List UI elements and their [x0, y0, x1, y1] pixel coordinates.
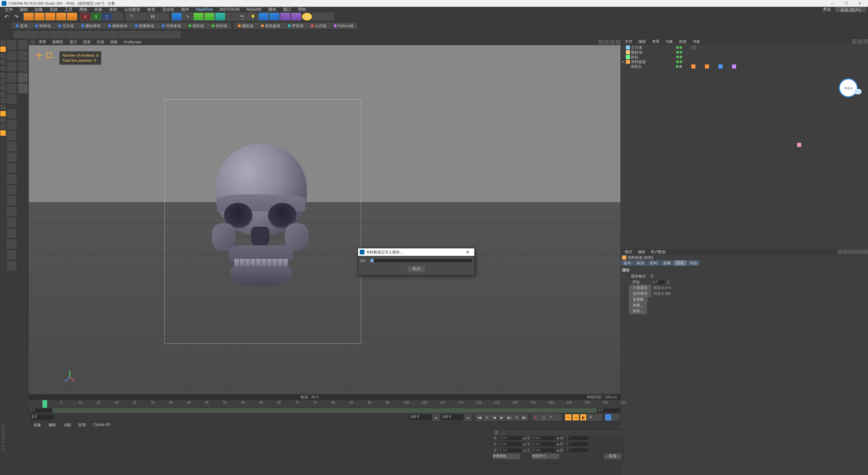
vp-nav-button[interactable]: [598, 40, 603, 44]
vp-nav-button[interactable]: [610, 40, 615, 44]
field-tab[interactable]: 立方域: [55, 23, 77, 29]
attr-tab[interactable]: 基本: [621, 260, 634, 266]
size-mode-dd[interactable]: 绝对尺寸: [532, 454, 559, 459]
sub-tool[interactable]: [119, 31, 127, 38]
rot-h[interactable]: 0 °: [565, 436, 589, 440]
len-field2[interactable]: 150 F: [440, 414, 464, 420]
pos-x[interactable]: 0 cm: [498, 436, 522, 440]
len-spinner[interactable]: ▸: [465, 414, 471, 421]
menu-volume[interactable]: 体积: [106, 7, 120, 12]
object-row[interactable]: 立方体: [622, 45, 867, 50]
tag-icon[interactable]: [718, 64, 723, 69]
menu-window[interactable]: 窗口: [280, 7, 294, 12]
last-tool[interactable]: [67, 13, 77, 21]
strip-tool[interactable]: [6, 51, 17, 61]
play-button[interactable]: ▶: [498, 414, 505, 421]
menu-mesh[interactable]: 网格: [76, 7, 91, 12]
size-z[interactable]: 0 cm: [532, 448, 555, 453]
strip-tool[interactable]: [18, 83, 28, 94]
strip-tool[interactable]: [6, 228, 17, 239]
strip-tool[interactable]: [6, 152, 17, 163]
strip-tool[interactable]: [0, 59, 6, 65]
current-frame-field[interactable]: 0 F: [30, 414, 54, 420]
sub-tool[interactable]: [102, 31, 110, 38]
menu-edit[interactable]: 编辑: [17, 7, 31, 12]
menu-insydium[interactable]: INSYDIUM: [217, 7, 243, 12]
loop-button[interactable]: ↻: [484, 414, 490, 421]
strip-tool[interactable]: [0, 111, 6, 117]
object-row[interactable]: 颅骨头: [622, 64, 867, 69]
prim-ext1[interactable]: [313, 13, 323, 21]
om-bookmarks[interactable]: 书签: [690, 39, 703, 44]
render-region[interactable]: [137, 13, 147, 21]
tag-icon[interactable]: [732, 64, 736, 69]
render-pv[interactable]: 🎞: [147, 13, 158, 21]
strip-tool[interactable]: [0, 53, 6, 59]
om-opt-icon[interactable]: [857, 39, 862, 44]
strip-tool[interactable]: [6, 261, 17, 271]
field-tab[interactable]: 球体域: [32, 23, 54, 29]
am-opt[interactable]: [853, 249, 858, 254]
prev-frame-button[interactable]: ◀: [491, 414, 498, 421]
prim-light[interactable]: 💡: [248, 13, 258, 21]
prim-field[interactable]: [269, 13, 280, 21]
record-button[interactable]: ●: [532, 414, 539, 421]
btab[interactable]: 创建: [30, 422, 44, 428]
field-tab[interactable]: 环形体域: [158, 23, 184, 29]
goto-start-button[interactable]: |◀: [476, 414, 483, 421]
key-scale-button[interactable]: □: [572, 414, 579, 421]
key-pos-button[interactable]: +: [565, 414, 572, 421]
size-x[interactable]: 0 cm: [532, 436, 555, 440]
axis-z[interactable]: Z: [102, 13, 112, 21]
sub-tool[interactable]: [146, 31, 154, 38]
strip-tool[interactable]: [6, 109, 17, 119]
strip-tool[interactable]: [6, 195, 17, 206]
attr-tab-cache[interactable]: 缓存: [674, 260, 687, 266]
range-start[interactable]: 0 F: [29, 408, 53, 413]
scale-tool[interactable]: [45, 13, 56, 21]
menu-pipeline[interactable]: 流水线: [159, 7, 177, 12]
field-tab[interactable]: 着色器域: [257, 23, 284, 29]
menu-redshift[interactable]: Redshift: [243, 7, 264, 12]
menu-tools[interactable]: 工具: [61, 7, 76, 12]
dialog-titlebar[interactable]: 布料数据正写入缓存... ✕: [358, 248, 474, 256]
key-pla-button[interactable]: [595, 414, 601, 421]
menu-file[interactable]: 文件: [2, 7, 16, 12]
start-field[interactable]: 0 F: [651, 280, 665, 284]
menu-realflow[interactable]: RealFlow: [193, 7, 216, 12]
prim-nurbs[interactable]: [193, 13, 204, 21]
prim-camera[interactable]: 📷: [237, 13, 247, 21]
sub-tool[interactable]: [49, 31, 57, 38]
am-nav-up[interactable]: [848, 249, 853, 254]
sub-tool[interactable]: [14, 31, 22, 38]
strip-tool[interactable]: [0, 78, 6, 84]
vp-menu-prorender[interactable]: ProRender: [121, 40, 144, 44]
prim-vol[interactable]: [291, 13, 301, 21]
tag-icon[interactable]: [691, 64, 695, 69]
len-spinner[interactable]: ▸: [433, 414, 439, 421]
vp-nav-button[interactable]: [604, 40, 609, 44]
field-tab[interactable]: 圆柱体域: [78, 23, 104, 29]
sub-tool[interactable]: [84, 31, 92, 38]
prim-rig[interactable]: [280, 13, 291, 21]
strip-tool[interactable]: [0, 130, 6, 136]
render-view[interactable]: 🎬: [126, 13, 136, 21]
attr-tab[interactable]: 标签: [634, 260, 647, 266]
keyopt2-button[interactable]: [555, 414, 561, 421]
rot-b[interactable]: 0 °: [565, 448, 589, 453]
om-opt2-icon[interactable]: [863, 39, 868, 44]
prim-pen[interactable]: ✎: [182, 13, 193, 21]
field-tab[interactable]: 提域: [12, 23, 31, 29]
field-tab[interactable]: 圆锥体域: [104, 23, 131, 29]
field-tab[interactable]: 线性域: [185, 23, 208, 29]
strip-tool[interactable]: [6, 94, 17, 104]
strip-tool[interactable]: [0, 91, 6, 97]
strip-tool[interactable]: [6, 83, 17, 94]
menu-character[interactable]: 角色: [144, 7, 158, 12]
axis-y[interactable]: Y: [91, 13, 101, 21]
om-object[interactable]: 对象: [663, 39, 676, 44]
field-tab[interactable]: Python域: [330, 23, 357, 29]
sub-tool[interactable]: [58, 31, 66, 38]
menu-script[interactable]: 脚本: [265, 7, 279, 12]
vp-menu-icon[interactable]: [30, 39, 35, 44]
